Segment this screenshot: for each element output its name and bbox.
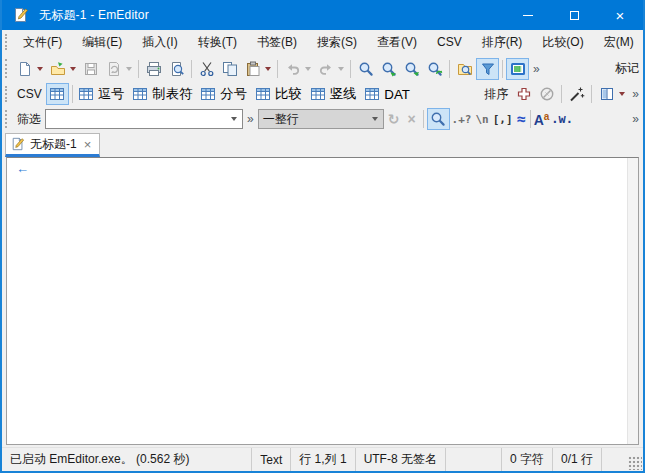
window-controls: × xyxy=(505,0,643,30)
filter-refresh-button[interactable]: ↻ xyxy=(384,111,404,127)
menu-view[interactable]: 查看(V) xyxy=(367,31,427,54)
new-file-button[interactable] xyxy=(13,58,36,80)
matched-lines-button[interactable] xyxy=(506,58,529,80)
csv-normal-mode-button[interactable] xyxy=(46,83,69,105)
csv-mode-compare-button[interactable]: 比较 xyxy=(253,83,308,105)
csv-mode-label: DAT xyxy=(380,87,414,102)
menu-sort[interactable]: 排序(R) xyxy=(472,31,533,54)
new-file-dropdown[interactable] xyxy=(37,67,43,71)
table-icon xyxy=(255,86,271,102)
close-button[interactable]: × xyxy=(597,0,643,30)
toolbar-gripper[interactable] xyxy=(5,59,10,78)
undo-button[interactable] xyxy=(281,58,304,80)
tab-bar: 无标题-1 × xyxy=(2,132,643,157)
cut-button[interactable] xyxy=(195,58,218,80)
column-options-button[interactable] xyxy=(595,83,618,105)
whole-word-toggle[interactable]: .w. xyxy=(549,112,575,126)
revert-dropdown[interactable] xyxy=(126,67,132,71)
status-doc-type[interactable]: Text xyxy=(252,448,291,471)
escape-sequence-toggle[interactable]: \n xyxy=(473,113,490,126)
find-in-files-button[interactable] xyxy=(453,58,476,80)
menu-bookmarks[interactable]: 书签(B) xyxy=(247,31,307,54)
print-button[interactable] xyxy=(142,58,165,80)
column-options-dropdown[interactable] xyxy=(619,92,625,96)
csv-mode-label: 比较 xyxy=(271,85,306,103)
menu-search[interactable]: 搜索(S) xyxy=(307,31,367,54)
filter-highlight-button[interactable] xyxy=(427,108,450,130)
tab-close-icon[interactable]: × xyxy=(82,138,94,151)
status-line-count[interactable]: 0/1 行 xyxy=(553,448,602,471)
match-case-toggle[interactable]: Aa xyxy=(534,111,550,128)
filter-toggle-button[interactable] xyxy=(476,58,499,80)
revert-button[interactable] xyxy=(102,58,125,80)
regex-toggle[interactable]: .+? xyxy=(450,113,474,126)
status-encoding[interactable]: UTF-8 无签名 xyxy=(356,448,446,471)
separator xyxy=(502,60,503,78)
open-file-dropdown[interactable] xyxy=(70,67,76,71)
menu-file[interactable]: 文件(F) xyxy=(13,31,72,54)
menu-csv[interactable]: CSV xyxy=(427,32,472,52)
separated-values-toggle[interactable]: [,] xyxy=(491,113,515,126)
find-next-button[interactable] xyxy=(377,58,400,80)
table-icon xyxy=(364,86,380,102)
scope-dropdown-arrow[interactable] xyxy=(367,110,383,128)
csv-mode-semicolon-button[interactable]: 分号 xyxy=(198,83,253,105)
minimize-icon xyxy=(523,15,533,16)
redo-button[interactable] xyxy=(314,58,337,80)
filter-clear-button[interactable]: × xyxy=(403,111,419,127)
open-file-button[interactable] xyxy=(46,58,69,80)
table-icon xyxy=(200,86,216,102)
csv-mode-comma-button[interactable]: 逗号 xyxy=(76,83,131,105)
minimize-button[interactable] xyxy=(505,0,551,30)
text-editor-area[interactable]: ← xyxy=(7,158,627,444)
redo-dropdown[interactable] xyxy=(338,67,344,71)
paste-dropdown[interactable] xyxy=(265,67,271,71)
filter-toolbar-overflow-chevron[interactable]: » xyxy=(628,112,643,126)
save-button[interactable] xyxy=(79,58,102,80)
csv-mode-pipe-button[interactable]: 竖线 xyxy=(308,83,363,105)
menu-edit[interactable]: 编辑(E) xyxy=(72,31,132,54)
maximize-button[interactable] xyxy=(551,0,597,30)
find-all-button[interactable] xyxy=(423,58,446,80)
print-preview-button[interactable] xyxy=(165,58,188,80)
no-sort-numbers-button[interactable] xyxy=(535,83,558,105)
filter-input[interactable] xyxy=(46,111,226,127)
find-previous-button[interactable] xyxy=(400,58,423,80)
paste-button[interactable] xyxy=(241,58,264,80)
find-button[interactable] xyxy=(354,58,377,80)
app-icon xyxy=(13,7,29,23)
emeditor-window: 无标题-1 - EmEditor × 文件(F) 编辑(E) 插入(I) 转换(… xyxy=(0,0,645,473)
csv-mode-dat-button[interactable]: DAT xyxy=(362,83,416,105)
filter-toolbar-gripper[interactable] xyxy=(5,110,10,128)
advanced-tools-button[interactable] xyxy=(565,83,588,105)
menu-macros[interactable]: 宏(M) xyxy=(594,31,644,54)
filter-combobox[interactable] xyxy=(45,109,243,129)
status-char-count[interactable]: 0 字符 xyxy=(502,448,553,471)
menu-convert[interactable]: 转换(T) xyxy=(188,31,247,54)
fuzzy-match-toggle[interactable]: ≈ xyxy=(515,115,527,124)
menu-compare[interactable]: 比较(O) xyxy=(532,31,593,54)
csv-mode-tab-button[interactable]: 制表符 xyxy=(130,83,198,105)
csv-toolbar-gripper[interactable] xyxy=(5,86,10,103)
toolbar-overflow-chevron[interactable]: » xyxy=(529,62,544,76)
document-icon xyxy=(11,137,25,151)
csv-mode-label: 制表符 xyxy=(148,85,196,103)
csv-mode-label: 分号 xyxy=(216,85,251,103)
menu-insert[interactable]: 插入(I) xyxy=(132,31,187,54)
tab-untitled-1[interactable]: 无标题-1 × xyxy=(5,133,100,157)
status-message: 已启动 EmEditor.exe。 (0.562 秒) xyxy=(2,448,252,471)
vertical-scrollbar[interactable] xyxy=(627,158,638,444)
filter-dropdown-arrow[interactable] xyxy=(226,110,242,128)
filter-overflow-chevron[interactable]: » xyxy=(243,112,258,126)
resize-grip[interactable] xyxy=(628,456,642,470)
titlebar[interactable]: 无标题-1 - EmEditor × xyxy=(2,0,643,30)
filter-scope-select[interactable]: 一整行 xyxy=(258,109,384,129)
status-cursor-position[interactable]: 行 1,列 1 xyxy=(291,448,355,471)
plus-cross-icon xyxy=(516,86,532,102)
menubar-gripper[interactable] xyxy=(5,34,10,51)
csv-toolbar-overflow-chevron[interactable]: » xyxy=(628,87,643,101)
copy-button[interactable] xyxy=(218,58,241,80)
multi-column-sort-button[interactable] xyxy=(512,83,535,105)
open-folder-icon xyxy=(50,61,66,77)
undo-dropdown[interactable] xyxy=(305,67,311,71)
